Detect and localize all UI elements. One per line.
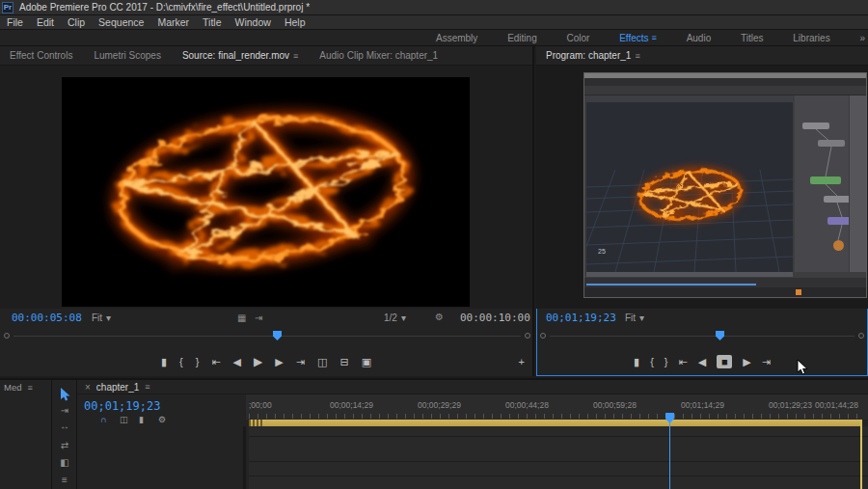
workspace-overflow-button[interactable]: »: [859, 33, 865, 43]
program-zoom-select[interactable]: Fit ▾: [625, 312, 644, 323]
selection-tool[interactable]: [59, 387, 71, 401]
go-to-out-button[interactable]: ⇥: [762, 357, 771, 367]
mark-in-button[interactable]: {: [650, 357, 654, 367]
timeline-playhead-line[interactable]: [669, 413, 670, 489]
stop-button[interactable]: ■: [717, 355, 732, 368]
menu-help[interactable]: Help: [278, 16, 312, 28]
program-timecode[interactable]: 00;01;19;23: [546, 312, 616, 324]
houdini-menubar: [584, 78, 866, 86]
panel-menu-icon[interactable]: ≡: [293, 51, 298, 61]
close-icon[interactable]: ×: [85, 382, 91, 393]
track-content-area[interactable]: [249, 426, 868, 489]
menu-sequence[interactable]: Sequence: [92, 16, 150, 28]
workspace-assembly[interactable]: Assembly: [436, 33, 477, 43]
output-settings-icon[interactable]: ⇥: [255, 312, 262, 323]
houdini-bottom-bar: [584, 287, 866, 297]
work-area-start-marks: [249, 420, 262, 426]
workspace-effects[interactable]: Effects ≡: [619, 33, 657, 43]
step-forward-button[interactable]: ▶: [743, 357, 750, 367]
ruler-label: 00;01;44;28: [815, 400, 858, 410]
source-scrubber[interactable]: [0, 328, 534, 343]
play-button[interactable]: ▶: [254, 356, 262, 367]
scrubber-zoom-handle-left[interactable]: [540, 333, 546, 339]
more-tools-button[interactable]: ≡: [52, 475, 77, 485]
razor-tool[interactable]: ◧: [52, 457, 77, 468]
workspace-color[interactable]: Color: [567, 33, 590, 43]
menu-title[interactable]: Title: [196, 16, 228, 28]
houdini-shelf: [584, 86, 866, 95]
program-playhead[interactable]: [716, 331, 724, 340]
timeline-ruler[interactable]: ;00;00 00;00;14;29 00;00;29;29 00;00;44;…: [246, 394, 868, 420]
mark-out-button[interactable]: }: [665, 357, 668, 367]
menu-marker[interactable]: Marker: [150, 16, 196, 28]
workspace-libraries[interactable]: Libraries: [793, 33, 829, 43]
scrubber-track[interactable]: [550, 336, 854, 337]
media-browser-panel: Med ≡: [0, 380, 52, 489]
snap-icon[interactable]: ∩: [100, 415, 106, 424]
panel-menu-icon[interactable]: ≡: [145, 382, 149, 392]
menu-file[interactable]: File: [0, 16, 30, 28]
ruler-label: 00;00;59;28: [593, 400, 637, 410]
scrubber-zoom-handle-left[interactable]: [4, 333, 10, 339]
tab-lumetri-scopes[interactable]: Lumetri Scopes: [94, 50, 160, 61]
go-to-in-button[interactable]: ⇤: [211, 357, 220, 367]
workspace-menu-icon[interactable]: ≡: [652, 33, 657, 42]
workspace-audio[interactable]: Audio: [687, 33, 712, 43]
playback-resolution-select[interactable]: 1/2 ▾: [384, 312, 406, 323]
premiere-app-window: Pr Adobe Premiere Pro CC 2017 - D:\cmivf…: [0, 0, 868, 489]
houdini-viewport-toolbar: [586, 95, 793, 102]
rolling-edit-tool[interactable]: ⇄: [52, 440, 77, 450]
work-area-bar[interactable]: [249, 420, 861, 426]
tab-sequence-chapter1[interactable]: chapter_1: [96, 382, 139, 393]
tab-media-browser[interactable]: Med ≡: [4, 382, 33, 393]
step-forward-button[interactable]: ▶: [275, 357, 283, 367]
houdini-playbar: [584, 278, 866, 287]
workspace-titles[interactable]: Titles: [741, 33, 764, 43]
chevron-down-icon: ▾: [639, 312, 644, 323]
source-timecode[interactable]: 00:00:05:08: [12, 312, 82, 324]
tab-program-monitor[interactable]: Program: chapter_1 ≡: [546, 50, 640, 61]
workspace-editing[interactable]: Editing: [507, 33, 537, 43]
program-scrubber[interactable]: [536, 328, 868, 343]
scrubber-zoom-handle-right[interactable]: [525, 333, 530, 339]
add-marker-button[interactable]: ▮: [161, 357, 167, 367]
go-to-out-button[interactable]: ⇥: [296, 357, 305, 367]
scrubber-zoom-handle-right[interactable]: [858, 333, 864, 339]
panel-menu-icon[interactable]: ≡: [27, 383, 32, 393]
tab-effect-controls[interactable]: Effect Controls: [10, 50, 72, 61]
source-zoom-select[interactable]: Fit ▾: [92, 312, 111, 323]
source-transport-controls: ▮ { } ⇤ ◀ ▶ ▶ ⇥ ◫ ⊟ ▣ +: [0, 347, 532, 376]
playback-resolution-label: 1/2: [384, 312, 397, 323]
source-playhead[interactable]: [273, 331, 282, 340]
track-headers[interactable]: [77, 426, 246, 489]
menu-edit[interactable]: Edit: [30, 16, 61, 28]
ripple-edit-tool[interactable]: ↔: [52, 421, 77, 431]
menu-clip[interactable]: Clip: [61, 16, 92, 28]
source-zoom-label: Fit: [92, 312, 102, 323]
scrubber-track[interactable]: [14, 336, 521, 337]
tab-media-browser-label: Med: [4, 382, 21, 393]
tab-audio-clip-mixer[interactable]: Audio Clip Mixer: chapter_1: [319, 50, 438, 61]
track-select-tool[interactable]: ⇥: [52, 405, 77, 416]
add-marker-button[interactable]: ▮: [634, 357, 639, 367]
menu-window[interactable]: Window: [229, 16, 278, 28]
go-to-in-button[interactable]: ⇤: [679, 357, 688, 367]
insert-button[interactable]: ◫: [317, 357, 327, 367]
export-frame-button[interactable]: ▣: [362, 357, 371, 367]
settings-wrench-icon[interactable]: ⚙: [435, 312, 444, 322]
source-panel-tabs: Effect Controls Lumetri Scopes Source: f…: [0, 46, 532, 66]
mark-in-button[interactable]: {: [179, 357, 183, 367]
timeline-settings-wrench-icon[interactable]: ⚙: [158, 415, 166, 424]
panel-menu-icon[interactable]: ≡: [635, 51, 639, 61]
button-editor-add[interactable]: +: [519, 357, 525, 367]
step-back-button[interactable]: ◀: [233, 357, 241, 367]
overwrite-button[interactable]: ⊟: [339, 357, 348, 367]
safe-margins-icon[interactable]: ▦: [237, 312, 246, 323]
linked-selection-icon[interactable]: ◫: [120, 415, 128, 424]
timeline-area: Med ≡ ⇥ ↔ ⇄ ◧ ≡ × chapter_1 ≡ 00;01;19;2…: [0, 378, 868, 489]
timeline-timecode[interactable]: 00;01;19;23: [84, 399, 160, 413]
tab-source-monitor[interactable]: Source: final_render.mov ≡: [182, 50, 298, 61]
add-marker-icon[interactable]: ▮: [139, 415, 144, 424]
step-back-button[interactable]: ◀: [698, 357, 706, 367]
mark-out-button[interactable]: }: [196, 357, 200, 367]
